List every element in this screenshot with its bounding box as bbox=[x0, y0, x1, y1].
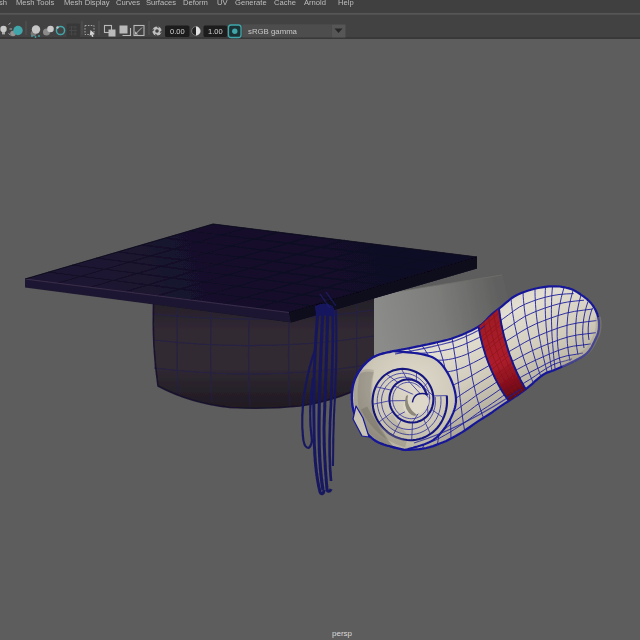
svg-text:Mesh Display: Mesh Display bbox=[64, 0, 110, 7]
svg-text:sRGB gamma: sRGB gamma bbox=[248, 27, 298, 36]
svg-text:Help: Help bbox=[338, 0, 354, 7]
svg-text:persp: persp bbox=[332, 629, 353, 638]
svg-text:1.00: 1.00 bbox=[208, 27, 223, 36]
svg-text:Surfaces: Surfaces bbox=[146, 0, 176, 7]
svg-text:UV: UV bbox=[217, 0, 228, 7]
svg-text:Curves: Curves bbox=[116, 0, 140, 7]
svg-text:Cache: Cache bbox=[274, 0, 296, 7]
svg-text:Generate: Generate bbox=[235, 0, 267, 7]
svg-text:Arnold: Arnold bbox=[304, 0, 326, 7]
svg-text:sh: sh bbox=[0, 0, 7, 7]
svg-text:0.00: 0.00 bbox=[170, 27, 185, 36]
svg-text:Deform: Deform bbox=[183, 0, 208, 7]
svg-text:Mesh Tools: Mesh Tools bbox=[16, 0, 54, 7]
